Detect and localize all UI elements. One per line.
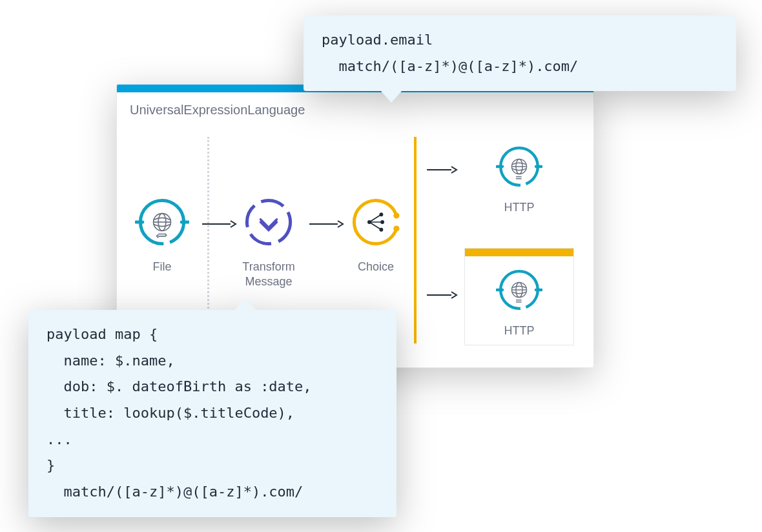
- node-http-top: HTTP: [464, 143, 574, 215]
- svg-point-7: [247, 200, 290, 243]
- node-file-label: File: [114, 260, 211, 274]
- node-http-top-label: HTTP: [464, 200, 574, 215]
- node-choice: Choice: [327, 195, 424, 274]
- node-choice-label: Choice: [327, 260, 424, 274]
- panel-title: UniversalExpressionLanguage: [117, 92, 593, 118]
- node-transform: Transform Message: [220, 195, 317, 289]
- choice-icon: [349, 195, 403, 249]
- node-file: File: [114, 195, 211, 274]
- node-transform-label: Transform Message: [220, 260, 317, 289]
- transform-icon: [242, 195, 296, 249]
- http-bottom-bar: [465, 249, 573, 256]
- file-icon: [135, 195, 189, 249]
- http-top-icon: [496, 143, 542, 190]
- speech-email-match: payload.email match/([a-z]*)@([a-z]*).co…: [304, 15, 736, 91]
- speech-payload-map: payload map { name: $.name, dob: $. date…: [28, 310, 396, 517]
- http-bottom-icon: [496, 267, 542, 313]
- arrow-http-bottom: [426, 291, 458, 300]
- node-http-bottom: HTTP: [464, 248, 574, 345]
- node-http-bottom-label: HTTP: [465, 323, 573, 338]
- arrow-http-top: [426, 165, 458, 174]
